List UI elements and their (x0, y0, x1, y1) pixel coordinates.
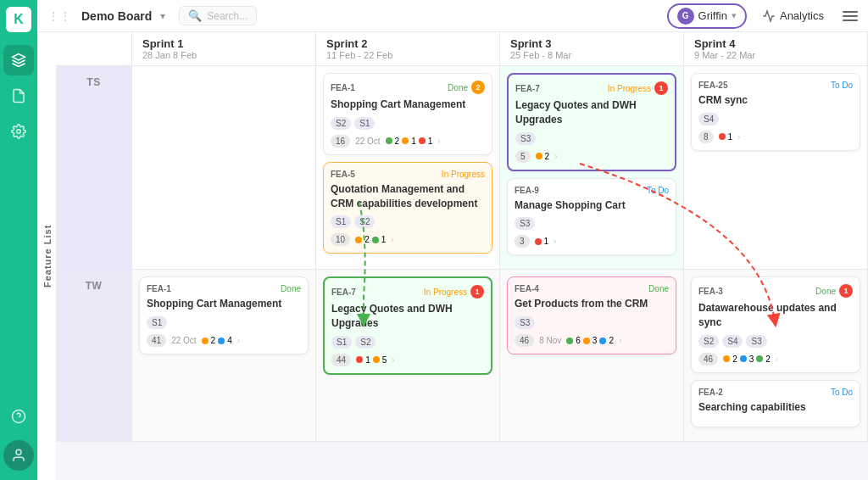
dot-group: 6 3 2 (566, 336, 614, 345)
card-title: Legacy Quotes and DWH Upgrades (515, 98, 668, 127)
user-name: Griffin (698, 9, 727, 22)
card-status: In Progress (442, 170, 485, 179)
card-footer: 8 1 › (698, 131, 853, 143)
expand-icon[interactable]: › (776, 354, 778, 364)
expand-icon[interactable]: › (391, 235, 393, 244)
card-fea7-tw[interactable]: FEA-7 In Progress 1 Legacy Quotes and DW… (323, 276, 492, 375)
tag-s2: S2 (355, 336, 376, 349)
sprint-2-name: Sprint 2 (326, 37, 489, 50)
card-fea4-tw[interactable]: FEA-4 Done Get Products from the CRM S3 … (507, 276, 676, 354)
tag-s1: S1 (147, 316, 167, 329)
card-badge: 2 (471, 81, 485, 94)
dot-red (535, 238, 542, 245)
row-tw: TW FEA-1 Done Shopping Cart Management S… (56, 270, 868, 441)
dot-green (386, 137, 392, 144)
expand-icon[interactable]: › (392, 355, 394, 365)
menu-line-1 (843, 11, 858, 13)
board-chevron-icon[interactable]: ▾ (160, 10, 165, 22)
cell-ts-sprint3: FEA-7 In Progress 1 Legacy Quotes and DW… (500, 66, 684, 270)
menu-line-3 (843, 20, 858, 21)
sidebar-bottom (3, 399, 34, 473)
dot-red (719, 133, 726, 140)
card-status: In Progress (608, 84, 651, 93)
analytics-button[interactable]: Analytics (755, 7, 831, 25)
dot-orange (723, 355, 730, 362)
card-id: FEA-1 (331, 83, 355, 92)
avatar: G (677, 8, 694, 25)
analytics-icon (762, 9, 776, 23)
user-badge[interactable]: G Griffin ▾ (667, 3, 747, 29)
main-area: Feature List Sprint 1 28 Jan 8 Feb Sprin… (37, 32, 868, 480)
card-status: Done (281, 284, 301, 293)
card-badge: 1 (654, 81, 668, 95)
expand-icon[interactable]: › (619, 336, 621, 345)
card-id: FEA-7 (515, 84, 540, 93)
row-tw-label: TW (56, 270, 132, 441)
card-title: Legacy Quotes and DWH Upgrades (331, 302, 484, 331)
card-num: 46 (698, 353, 718, 366)
card-title: Shopping Cart Management (331, 98, 485, 112)
card-footer: 46 2 3 2 › (698, 353, 853, 366)
sprint-header-2: Sprint 2 11 Feb - 22 Feb (316, 32, 500, 65)
expand-icon[interactable]: › (554, 237, 556, 246)
card-fea1-tw[interactable]: FEA-1 Done Shopping Cart Management S1 4… (139, 276, 309, 354)
card-fea25-ts[interactable]: FEA-25 To Do CRM sync S4 8 1 › (691, 73, 860, 151)
card-footer: 16 22 Oct 2 1 1 › (331, 135, 485, 148)
dot-red (356, 356, 363, 363)
dot-orange (373, 356, 380, 363)
cell-ts-sprint2: FEA-1 Done 2 Shopping Cart Management S2… (316, 66, 500, 270)
card-footer: 3 1 › (515, 235, 669, 248)
svg-point-3 (16, 449, 21, 455)
dot-orange (202, 338, 209, 344)
card-fea2-tw[interactable]: FEA-2 To Do Searching capabilities (691, 380, 860, 427)
svg-point-0 (17, 130, 21, 134)
card-status: In Progress (424, 287, 467, 297)
card-tags: S2 S4 S3 (698, 335, 853, 348)
dot-green (756, 355, 763, 362)
card-fea3-tw[interactable]: FEA-3 Done 1 Datawarehouse updates and s… (691, 276, 860, 373)
dot-group: 2 1 1 (386, 137, 433, 146)
dot-blue (740, 355, 747, 362)
sidebar-item-settings[interactable] (3, 116, 34, 147)
card-num: 16 (331, 135, 350, 148)
card-fea7-ts[interactable]: FEA-7 In Progress 1 Legacy Quotes and DW… (507, 73, 676, 171)
card-num: 3 (515, 235, 530, 248)
sprint-1-dates: 28 Jan 8 Feb (142, 50, 305, 60)
cell-tw-sprint3: FEA-4 Done Get Products from the CRM S3 … (500, 270, 684, 441)
card-footer: 5 2 › (515, 150, 668, 163)
menu-button[interactable] (843, 11, 858, 21)
dot-green (566, 338, 573, 344)
board-title[interactable]: Demo Board (81, 9, 152, 23)
search-bar[interactable]: 🔍 Search... (179, 6, 257, 25)
card-title: Datawarehouse updates and sync (698, 301, 853, 330)
sidebar-item-document[interactable] (3, 81, 34, 111)
sidebar-item-help[interactable] (3, 401, 34, 432)
expand-icon[interactable]: › (237, 336, 240, 345)
sprint-header-4: Sprint 4 9 Mar - 22 Mar (684, 32, 868, 65)
expand-icon[interactable]: › (437, 137, 440, 146)
dot-group: 1 (719, 132, 733, 142)
card-tags: S1 S2 (331, 215, 485, 228)
card-title: Quotation Management and CRM capabilitie… (331, 182, 485, 211)
user-chevron-icon: ▾ (732, 10, 737, 21)
expand-icon[interactable]: › (737, 132, 740, 142)
card-fea5-ts[interactable]: FEA-5 In Progress Quotation Management a… (323, 162, 492, 254)
card-id: FEA-4 (515, 284, 539, 293)
card-fea9-ts[interactable]: FEA-9 To Do Manage Shopping Cart S3 3 1 … (507, 178, 676, 256)
dot-group: 2 3 2 (723, 354, 771, 364)
dot-group: 2 (536, 152, 550, 161)
drag-handle-icon: ⋮⋮ (47, 9, 71, 23)
tag-s1: S1 (331, 336, 352, 349)
card-id: FEA-7 (331, 287, 356, 297)
card-fea1-ts[interactable]: FEA-1 Done 2 Shopping Cart Management S2… (323, 73, 492, 155)
card-badge: 1 (470, 285, 484, 299)
app-logo[interactable]: K (6, 7, 31, 32)
sidebar-item-layers[interactable] (3, 45, 34, 75)
sprint-3-name: Sprint 3 (510, 37, 673, 50)
expand-icon[interactable]: › (554, 152, 557, 161)
card-num: 10 (331, 233, 350, 246)
sidebar: K (0, 0, 37, 480)
sidebar-item-user[interactable] (3, 440, 34, 471)
sprint-header-3: Sprint 3 25 Feb - 8 Mar (500, 32, 684, 65)
card-footer: 44 1 5 › (331, 354, 484, 366)
